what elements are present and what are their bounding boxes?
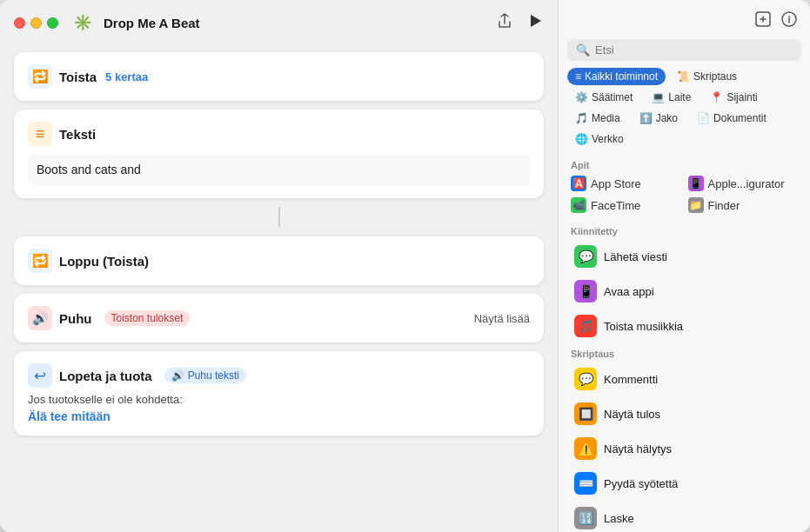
repeat-title: Toista (59, 70, 97, 84)
calculate-item[interactable]: 🔢 Laske (562, 501, 807, 532)
close-button[interactable] (14, 17, 25, 29)
speak-icon: 🔊 (28, 306, 52, 330)
open-app-icon: 📱 (574, 280, 597, 303)
speak-badge: Toiston tulokset (104, 310, 191, 326)
share-button[interactable] (495, 11, 514, 35)
comment-item[interactable]: 💬 Kommentti (562, 362, 807, 396)
show-alert-label: Näytä hälytys (604, 442, 672, 456)
titlebar: ✳️ Drop Me A Beat (0, 0, 558, 45)
stop-link[interactable]: Älä tee mitään (28, 409, 530, 423)
device-icon: 💻 (652, 91, 665, 103)
app-icon: ✳️ (72, 12, 93, 33)
play-music-icon: 🎵 (574, 315, 597, 337)
loop-end-icon: 🔁 (28, 249, 52, 273)
all-actions-icon: ≡ (575, 70, 581, 83)
app-title: Drop Me A Beat (104, 16, 488, 30)
stop-badge: 🔊 Puhu teksti (164, 368, 246, 383)
tab-device[interactable]: 💻 Laite (644, 89, 699, 106)
stop-icon: ↩ (28, 363, 52, 388)
send-message-icon: 💬 (574, 245, 597, 268)
media-icon: 🎵 (575, 112, 588, 124)
search-input[interactable] (595, 43, 793, 57)
share-icon: ⬆️ (639, 112, 653, 124)
stop-card: ↩ Lopeta ja tuota 🔊 Puhu teksti Jos tuot… (14, 351, 544, 436)
web-icon: 🌐 (575, 133, 588, 145)
stop-subtext: Jos tuotokselle ei ole kohdetta: (28, 393, 530, 406)
text-body-content: Boots and cats and (37, 163, 141, 176)
controls-icon: ⚙️ (575, 91, 588, 103)
apps-grid: 🅰️ App Store 📱 Apple...igurator 📹 FaceTi… (559, 173, 810, 221)
right-sidebar: 🔍 ≡ Kaikki toiminnot 📜 Skriptaus ⚙️ Säät… (558, 0, 810, 532)
text-card: ≡ Teksti Boots and cats and (14, 110, 544, 198)
loop-end-card: 🔁 Loppu (Toista) (14, 236, 544, 285)
repeat-badge: 5 kertaa (105, 70, 148, 83)
calculate-label: Laske (604, 512, 634, 525)
app-store-item[interactable]: 🅰️ App Store (567, 173, 685, 194)
tab-all-actions[interactable]: ≡ Kaikki toiminnot (567, 68, 666, 85)
text-icon: ≡ (28, 122, 52, 146)
comment-icon: 💬 (574, 368, 597, 390)
apple-igurator-icon: 📱 (688, 176, 704, 191)
speak-show-more[interactable]: Näytä lisää (474, 312, 530, 325)
stop-title: Lopeta ja tuota (59, 369, 152, 383)
ask-input-icon: ⌨️ (574, 472, 597, 495)
show-alert-item[interactable]: ⚠️ Näytä hälytys (562, 431, 807, 466)
open-app-label: Avaa appi (604, 285, 654, 298)
search-bar[interactable]: 🔍 (567, 39, 801, 61)
apps-section-label: Apit (559, 155, 810, 173)
search-icon: 🔍 (576, 43, 590, 57)
traffic-lights (14, 17, 58, 29)
open-app-item[interactable]: 📱 Avaa appi (562, 274, 807, 309)
svg-marker-0 (531, 15, 541, 27)
content-area: 🔁 Toista 5 kertaa ≡ Teksti Boots and cat… (0, 45, 558, 532)
sidebar-top-actions (559, 7, 810, 39)
ask-input-label: Pyydä syötettä (604, 477, 678, 490)
loop-end-title: Loppu (Toista) (59, 254, 149, 269)
tab-documents[interactable]: 📄 Dokumentit (689, 110, 774, 127)
tab-web[interactable]: 🌐 Verkko (567, 130, 632, 148)
apple-igurator-item[interactable]: 📱 Apple...igurator (685, 173, 802, 194)
show-alert-icon: ⚠️ (574, 437, 597, 460)
send-message-label: Lähetä viesti (604, 250, 667, 263)
tab-scripts[interactable]: 📜 Skriptaus (669, 68, 745, 85)
finder-icon: 📁 (688, 197, 704, 213)
tab-media[interactable]: 🎵 Media (567, 110, 628, 127)
play-music-item[interactable]: 🎵 Toista musiikkia (562, 309, 807, 343)
titlebar-actions (495, 11, 544, 35)
tab-location[interactable]: 📍 Sijainti (702, 89, 765, 106)
play-button[interactable] (526, 12, 544, 34)
show-result-icon: 🔲 (574, 402, 597, 425)
pinned-list: 💬 Lähetä viesti 📱 Avaa appi 🎵 Toista mus… (559, 239, 810, 343)
info-button[interactable] (780, 10, 798, 32)
facetime-item[interactable]: 📹 FaceTime (567, 195, 685, 216)
text-body[interactable]: Boots and cats and (28, 155, 530, 186)
tab-controls[interactable]: ⚙️ Säätimet (567, 89, 640, 106)
app-store-icon: 🅰️ (571, 176, 586, 191)
send-message-item[interactable]: 💬 Lähetä viesti (562, 239, 807, 274)
speak-card: 🔊 Puhu Toiston tulokset Näytä lisää (14, 294, 544, 342)
scripts-icon: 📜 (677, 70, 690, 83)
repeat-card: 🔁 Toista 5 kertaa (14, 52, 544, 101)
scripts-section-label: Skriptaus (559, 343, 810, 362)
left-panel: ✳️ Drop Me A Beat 🔁 (0, 0, 558, 532)
sidebar-scroll: Apit 🅰️ App Store 📱 Apple...igurator 📹 F… (559, 155, 810, 532)
category-tabs: ≡ Kaikki toiminnot 📜 Skriptaus ⚙️ Säätim… (559, 68, 810, 155)
speak-title: Puhu (59, 311, 92, 326)
minimize-button[interactable] (30, 17, 42, 29)
tab-share[interactable]: ⬆️ Jako (632, 110, 686, 127)
scripts-list: 💬 Kommentti 🔲 Näytä tulos ⚠️ Näytä hälyt… (559, 362, 810, 532)
section-divider (278, 207, 280, 228)
show-result-item[interactable]: 🔲 Näytä tulos (562, 396, 807, 431)
add-shortcut-button[interactable] (754, 10, 772, 32)
finder-item[interactable]: 📁 Finder (685, 195, 802, 216)
play-music-label: Toista musiikkia (604, 320, 683, 333)
app-window: ✳️ Drop Me A Beat 🔁 (0, 0, 810, 532)
maximize-button[interactable] (47, 17, 58, 29)
pinned-section-label: Kiinnitetty (559, 221, 810, 239)
location-icon: 📍 (710, 91, 723, 103)
calculate-icon: 🔢 (574, 507, 597, 529)
facetime-icon: 📹 (571, 197, 586, 213)
repeat-icon: 🔁 (28, 64, 52, 89)
text-title: Teksti (59, 127, 96, 142)
ask-input-item[interactable]: ⌨️ Pyydä syötettä (562, 466, 807, 501)
